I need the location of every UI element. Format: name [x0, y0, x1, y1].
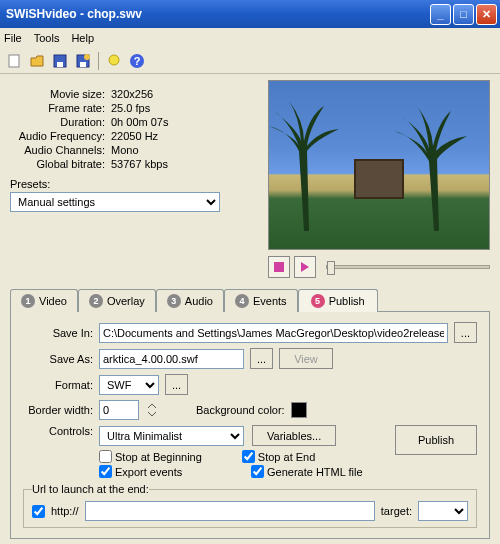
help-icon[interactable]: ?: [127, 51, 147, 71]
target-label: target:: [381, 505, 412, 517]
audio-ch-value: Mono: [111, 144, 139, 156]
save-in-label: Save In:: [23, 327, 93, 339]
lightbulb-icon[interactable]: [104, 51, 124, 71]
seek-slider[interactable]: [326, 265, 490, 269]
presets-select[interactable]: Manual settings: [10, 192, 220, 212]
save-as-icon[interactable]: [73, 51, 93, 71]
spinner-up-icon[interactable]: [145, 401, 160, 410]
close-button[interactable]: ✕: [476, 4, 497, 25]
movie-info: Movie size:320x256 Frame rate:25.0 fps D…: [10, 80, 258, 278]
controls-label: Controls:: [23, 425, 93, 437]
target-select[interactable]: [418, 501, 468, 521]
svg-rect-4: [80, 62, 86, 67]
browse-save-as-button[interactable]: ...: [250, 348, 273, 369]
tab-events[interactable]: 4Events: [224, 289, 298, 312]
browse-save-in-button[interactable]: ...: [454, 322, 477, 343]
spinner-down-icon[interactable]: [145, 410, 160, 419]
movie-size-label: Movie size:: [10, 88, 105, 100]
border-width-field[interactable]: [99, 400, 139, 420]
save-in-field[interactable]: [99, 323, 448, 343]
tab-overlay[interactable]: 2Overlay: [78, 289, 156, 312]
audio-freq-value: 22050 Hz: [111, 130, 158, 142]
format-label: Format:: [23, 379, 93, 391]
global-bitrate-value: 53767 kbps: [111, 158, 168, 170]
svg-point-5: [84, 54, 90, 60]
video-preview: [268, 80, 490, 250]
tab-publish[interactable]: 5Publish: [298, 289, 378, 312]
border-width-label: Border width:: [23, 404, 93, 416]
minimize-button[interactable]: _: [430, 4, 451, 25]
url-launch-legend: Url to launch at the end:: [32, 483, 149, 495]
bg-color-label: Background color:: [196, 404, 285, 416]
audio-ch-label: Audio Channels:: [10, 144, 105, 156]
menu-help[interactable]: Help: [71, 32, 94, 44]
format-select[interactable]: SWF: [99, 375, 159, 395]
url-field[interactable]: [85, 501, 375, 521]
duration-value: 0h 00m 07s: [111, 116, 168, 128]
frame-rate-label: Frame rate:: [10, 102, 105, 114]
movie-size-value: 320x256: [111, 88, 153, 100]
variables-button[interactable]: Variables...: [252, 425, 336, 446]
save-icon[interactable]: [50, 51, 70, 71]
generate-html-checkbox[interactable]: Generate HTML file: [251, 465, 363, 478]
svg-rect-9: [274, 262, 284, 272]
window-title: SWiSHvideo - chop.swv: [6, 7, 430, 21]
toolbar-separator: [98, 52, 99, 70]
svg-text:?: ?: [134, 55, 141, 67]
duration-label: Duration:: [10, 116, 105, 128]
publish-button[interactable]: Publish: [395, 425, 477, 455]
tab-audio[interactable]: 3Audio: [156, 289, 224, 312]
open-icon[interactable]: [27, 51, 47, 71]
view-button: View: [279, 348, 333, 369]
menu-tools[interactable]: Tools: [34, 32, 60, 44]
svg-rect-2: [57, 62, 63, 67]
stop-button[interactable]: [268, 256, 290, 278]
format-more-button[interactable]: ...: [165, 374, 188, 395]
svg-point-6: [109, 55, 119, 65]
export-events-checkbox[interactable]: Export events: [99, 465, 211, 478]
frame-rate-value: 25.0 fps: [111, 102, 150, 114]
new-icon[interactable]: [4, 51, 24, 71]
maximize-button[interactable]: □: [453, 4, 474, 25]
presets-label: Presets:: [10, 178, 258, 190]
url-enable-checkbox[interactable]: [32, 505, 45, 518]
stop-at-beginning-checkbox[interactable]: Stop at Beginning: [99, 450, 202, 463]
play-button[interactable]: [294, 256, 316, 278]
controls-select[interactable]: Ultra Minimalist: [99, 426, 244, 446]
url-scheme-label: http://: [51, 505, 79, 517]
save-as-field[interactable]: [99, 349, 244, 369]
tab-video[interactable]: 1Video: [10, 289, 78, 312]
save-as-label: Save As:: [23, 353, 93, 365]
svg-rect-0: [9, 55, 19, 67]
bg-color-picker[interactable]: [291, 402, 307, 418]
global-bitrate-label: Global bitrate:: [10, 158, 105, 170]
menu-file[interactable]: File: [4, 32, 22, 44]
audio-freq-label: Audio Frequency:: [10, 130, 105, 142]
stop-at-end-checkbox[interactable]: Stop at End: [242, 450, 316, 463]
